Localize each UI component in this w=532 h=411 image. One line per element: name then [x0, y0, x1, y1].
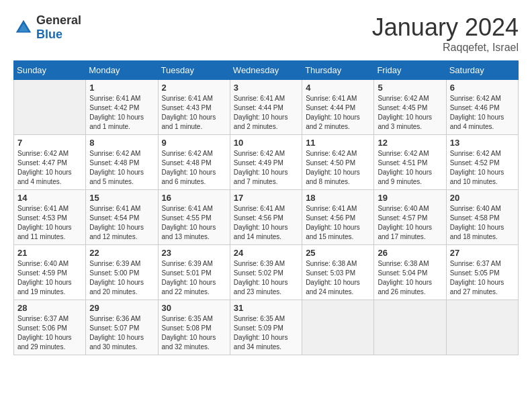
- day-number: 12: [378, 138, 442, 148]
- day-header-monday: Monday: [86, 61, 158, 80]
- day-detail: Sunrise: 6:42 AMSunset: 4:51 PMDaylight:…: [378, 150, 432, 185]
- day-number: 7: [17, 138, 82, 148]
- calendar-cell: [374, 300, 446, 355]
- day-header-sunday: Sunday: [14, 61, 86, 80]
- calendar-cell: 17 Sunrise: 6:41 AMSunset: 4:56 PMDaylig…: [230, 190, 302, 245]
- day-number: 24: [234, 248, 298, 258]
- day-detail: Sunrise: 6:41 AMSunset: 4:42 PMDaylight:…: [89, 95, 144, 130]
- day-detail: Sunrise: 6:41 AMSunset: 4:54 PMDaylight:…: [89, 205, 144, 240]
- day-number: 22: [89, 248, 154, 258]
- calendar-cell: 26 Sunrise: 6:38 AMSunset: 5:04 PMDaylig…: [374, 245, 446, 300]
- calendar-cell: 14 Sunrise: 6:41 AMSunset: 4:53 PMDaylig…: [14, 190, 86, 245]
- day-number: 30: [162, 303, 226, 313]
- day-number: 1: [89, 83, 154, 93]
- calendar-cell: 13 Sunrise: 6:42 AMSunset: 4:52 PMDaylig…: [446, 135, 518, 190]
- calendar-week-4: 21 Sunrise: 6:40 AMSunset: 4:59 PMDaylig…: [14, 245, 519, 300]
- title-block: January 2024 Raqqefet, Israel: [372, 13, 519, 54]
- calendar-cell: 18 Sunrise: 6:41 AMSunset: 4:56 PMDaylig…: [302, 190, 374, 245]
- calendar-cell: 19 Sunrise: 6:40 AMSunset: 4:57 PMDaylig…: [374, 190, 446, 245]
- logo-text-general: General: [36, 13, 81, 27]
- calendar-week-3: 14 Sunrise: 6:41 AMSunset: 4:53 PMDaylig…: [14, 190, 519, 245]
- calendar-cell: 10 Sunrise: 6:42 AMSunset: 4:49 PMDaylig…: [230, 135, 302, 190]
- day-detail: Sunrise: 6:42 AMSunset: 4:52 PMDaylight:…: [450, 150, 504, 185]
- page-header: General Blue January 2024 Raqqefet, Isra…: [13, 13, 519, 54]
- day-detail: Sunrise: 6:40 AMSunset: 4:57 PMDaylight:…: [378, 205, 432, 240]
- day-detail: Sunrise: 6:42 AMSunset: 4:48 PMDaylight:…: [162, 150, 216, 185]
- day-number: 11: [306, 138, 370, 148]
- day-number: 28: [17, 303, 82, 313]
- logo-text-blue: Blue: [36, 28, 62, 41]
- calendar-subtitle: Raqqefet, Israel: [372, 42, 519, 54]
- day-number: 15: [89, 193, 154, 203]
- calendar-week-5: 28 Sunrise: 6:37 AMSunset: 5:06 PMDaylig…: [14, 300, 519, 355]
- day-number: 16: [162, 193, 226, 203]
- day-detail: Sunrise: 6:42 AMSunset: 4:45 PMDaylight:…: [378, 95, 432, 130]
- calendar-week-2: 7 Sunrise: 6:42 AMSunset: 4:47 PMDayligh…: [14, 135, 519, 190]
- day-detail: Sunrise: 6:40 AMSunset: 4:59 PMDaylight:…: [17, 260, 72, 295]
- calendar-cell: 12 Sunrise: 6:42 AMSunset: 4:51 PMDaylig…: [374, 135, 446, 190]
- calendar-cell: 22 Sunrise: 6:39 AMSunset: 5:00 PMDaylig…: [86, 245, 158, 300]
- day-detail: Sunrise: 6:39 AMSunset: 5:02 PMDaylight:…: [234, 260, 288, 295]
- day-detail: Sunrise: 6:41 AMSunset: 4:44 PMDaylight:…: [306, 95, 360, 130]
- calendar-cell: 31 Sunrise: 6:35 AMSunset: 5:09 PMDaylig…: [230, 300, 302, 355]
- day-header-saturday: Saturday: [446, 61, 518, 80]
- calendar-cell: 15 Sunrise: 6:41 AMSunset: 4:54 PMDaylig…: [86, 190, 158, 245]
- day-number: 5: [378, 83, 442, 93]
- day-detail: Sunrise: 6:41 AMSunset: 4:56 PMDaylight:…: [234, 205, 288, 240]
- day-detail: Sunrise: 6:39 AMSunset: 5:00 PMDaylight:…: [89, 260, 144, 295]
- calendar-cell: 25 Sunrise: 6:38 AMSunset: 5:03 PMDaylig…: [302, 245, 374, 300]
- calendar-week-1: 1 Sunrise: 6:41 AMSunset: 4:42 PMDayligh…: [14, 80, 519, 135]
- day-number: 9: [162, 138, 226, 148]
- day-detail: Sunrise: 6:36 AMSunset: 5:07 PMDaylight:…: [89, 315, 144, 351]
- calendar-cell: [446, 300, 518, 355]
- logo: General Blue: [13, 13, 81, 42]
- day-detail: Sunrise: 6:39 AMSunset: 5:01 PMDaylight:…: [162, 260, 216, 295]
- day-detail: Sunrise: 6:35 AMSunset: 5:08 PMDaylight:…: [162, 315, 216, 351]
- day-number: 21: [17, 248, 82, 258]
- day-number: 2: [162, 83, 226, 93]
- calendar-cell: 11 Sunrise: 6:42 AMSunset: 4:50 PMDaylig…: [302, 135, 374, 190]
- calendar-cell: 9 Sunrise: 6:42 AMSunset: 4:48 PMDayligh…: [158, 135, 230, 190]
- day-number: 23: [162, 248, 226, 258]
- day-header-tuesday: Tuesday: [158, 61, 230, 80]
- day-number: 31: [234, 303, 298, 313]
- calendar-cell: 23 Sunrise: 6:39 AMSunset: 5:01 PMDaylig…: [158, 245, 230, 300]
- day-detail: Sunrise: 6:42 AMSunset: 4:49 PMDaylight:…: [234, 150, 288, 185]
- calendar-cell: [302, 300, 374, 355]
- calendar-cell: 3 Sunrise: 6:41 AMSunset: 4:44 PMDayligh…: [230, 80, 302, 135]
- day-detail: Sunrise: 6:41 AMSunset: 4:53 PMDaylight:…: [17, 205, 72, 240]
- day-number: 13: [450, 138, 515, 148]
- day-detail: Sunrise: 6:37 AMSunset: 5:05 PMDaylight:…: [450, 260, 504, 295]
- day-detail: Sunrise: 6:41 AMSunset: 4:44 PMDaylight:…: [234, 95, 288, 130]
- calendar-body: 1 Sunrise: 6:41 AMSunset: 4:42 PMDayligh…: [14, 80, 519, 355]
- day-number: 6: [450, 83, 515, 93]
- day-detail: Sunrise: 6:38 AMSunset: 5:04 PMDaylight:…: [378, 260, 432, 295]
- calendar-cell: 20 Sunrise: 6:40 AMSunset: 4:58 PMDaylig…: [446, 190, 518, 245]
- day-number: 18: [306, 193, 370, 203]
- day-number: 25: [306, 248, 370, 258]
- calendar-cell: 16 Sunrise: 6:41 AMSunset: 4:55 PMDaylig…: [158, 190, 230, 245]
- calendar-cell: 30 Sunrise: 6:35 AMSunset: 5:08 PMDaylig…: [158, 300, 230, 355]
- day-number: 29: [89, 303, 154, 313]
- calendar-cell: 1 Sunrise: 6:41 AMSunset: 4:42 PMDayligh…: [86, 80, 158, 135]
- day-detail: Sunrise: 6:41 AMSunset: 4:43 PMDaylight:…: [162, 95, 216, 130]
- calendar-table: SundayMondayTuesdayWednesdayThursdayFrid…: [13, 60, 519, 355]
- day-number: 8: [89, 138, 154, 148]
- calendar-cell: 29 Sunrise: 6:36 AMSunset: 5:07 PMDaylig…: [86, 300, 158, 355]
- calendar-cell: 7 Sunrise: 6:42 AMSunset: 4:47 PMDayligh…: [14, 135, 86, 190]
- day-header-thursday: Thursday: [302, 61, 374, 80]
- day-number: 14: [17, 193, 82, 203]
- day-number: 26: [378, 248, 442, 258]
- day-number: 27: [450, 248, 515, 258]
- calendar-cell: [14, 80, 86, 135]
- logo-icon: [13, 17, 34, 38]
- calendar-title: January 2024: [372, 13, 519, 42]
- day-number: 19: [378, 193, 442, 203]
- calendar-cell: 27 Sunrise: 6:37 AMSunset: 5:05 PMDaylig…: [446, 245, 518, 300]
- day-header-friday: Friday: [374, 61, 446, 80]
- calendar-cell: 4 Sunrise: 6:41 AMSunset: 4:44 PMDayligh…: [302, 80, 374, 135]
- day-number: 20: [450, 193, 515, 203]
- day-detail: Sunrise: 6:42 AMSunset: 4:47 PMDaylight:…: [17, 150, 72, 185]
- day-detail: Sunrise: 6:42 AMSunset: 4:48 PMDaylight:…: [89, 150, 144, 185]
- day-detail: Sunrise: 6:41 AMSunset: 4:56 PMDaylight:…: [306, 205, 360, 240]
